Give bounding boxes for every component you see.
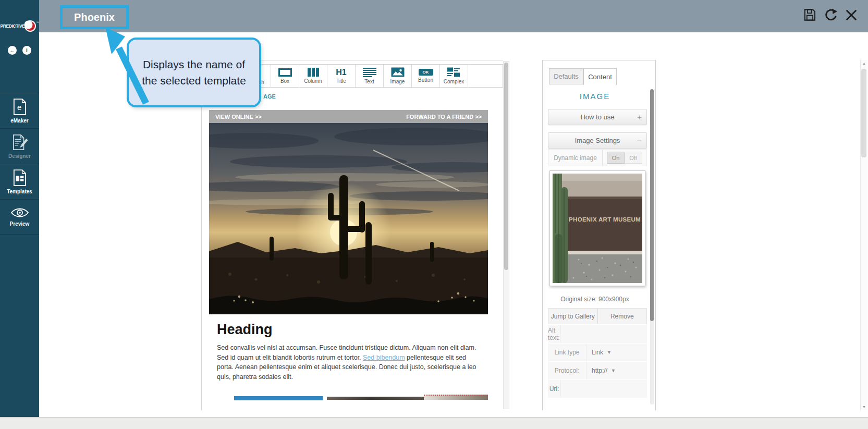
toolbar-item-label: Column (304, 78, 322, 84)
tab-content[interactable]: Content (583, 68, 617, 85)
section-label: How to use (580, 113, 614, 121)
protocol-value: http:// (592, 367, 607, 374)
url-row: Url: (548, 380, 647, 398)
toolbar-item-image[interactable]: Image (383, 65, 411, 87)
partial-selected-block[interactable] (424, 395, 488, 400)
alt-text-input[interactable] (566, 325, 647, 343)
settings-panel: Defaults Content IMAGE How to use + Imag… (542, 60, 656, 410)
panel-title: IMAGE (543, 92, 647, 101)
close-button[interactable] (845, 8, 858, 22)
footer-bar (0, 417, 868, 429)
save-button[interactable] (803, 8, 817, 22)
save-floppy-icon (803, 8, 817, 22)
email-body-link[interactable]: Sed bibendum (363, 354, 405, 361)
partial-button-block[interactable] (234, 396, 323, 400)
back-button[interactable]: ← (8, 46, 17, 55)
alt-text-label: Alt text: (548, 325, 561, 343)
email-preview: VIEW ONLINE >> FORWARD TO A FRIEND >> (209, 110, 488, 382)
component-toolbar: h Box Column H1 Title Text Image OK (254, 64, 503, 88)
toolbar-item-label: h (261, 79, 264, 85)
text-lines-icon (363, 68, 376, 77)
callout-arrow-icon (98, 25, 155, 106)
toolbar-item-label: Image (390, 79, 405, 84)
logo-trademark: ™ (36, 21, 39, 24)
forward-friend-link[interactable]: FORWARD TO A FRIEND >> (406, 114, 482, 120)
sidebar-item-label: Preview (10, 221, 30, 227)
jump-to-gallery-button[interactable]: Jump to Gallery (548, 309, 598, 324)
column-icon (308, 68, 319, 77)
tab-label: Content (588, 73, 612, 81)
view-online-link[interactable]: VIEW ONLINE >> (215, 114, 262, 120)
toolbar-item-box[interactable]: Box (271, 65, 299, 87)
image-thumbnail[interactable]: PHOENIX ART MUSEUM (549, 170, 645, 286)
page-scrollbar-thumb[interactable] (861, 69, 866, 157)
refresh-button[interactable] (824, 8, 838, 22)
link-type-label: Link type (548, 344, 586, 361)
box-icon (278, 68, 292, 77)
sidebar: PREDICTIVE ™ ← i e eMaker (0, 0, 39, 417)
designer-document-pencil-icon (12, 134, 28, 151)
collapse-minus-icon[interactable]: − (637, 136, 642, 145)
link-type-value: Link (592, 349, 603, 356)
toolbar-item-label: Box (280, 78, 289, 84)
museum-photo: PHOENIX ART MUSEUM (553, 174, 642, 283)
link-type-dropdown[interactable]: Link ▼ (586, 344, 647, 361)
tab-defaults[interactable]: Defaults (549, 68, 583, 84)
info-button[interactable]: i (22, 46, 31, 55)
toolbar-item-button[interactable]: OK Button (411, 65, 439, 87)
protocol-label: Protocol: (548, 362, 586, 379)
image-settings-section[interactable]: Image Settings − (548, 132, 647, 149)
toolbar-item-label: Text (364, 79, 374, 84)
section-label: Image Settings (575, 137, 620, 144)
url-input[interactable] (566, 380, 647, 398)
toolbar-item-text[interactable]: Text (355, 65, 383, 87)
toolbar-spacer (468, 65, 499, 87)
canvas-scrollbar[interactable] (503, 61, 509, 409)
ok-button-icon: OK (419, 69, 433, 76)
topbar-actions (803, 8, 858, 22)
dynamic-image-on-button[interactable]: On (607, 152, 625, 164)
toolbar-item-title[interactable]: H1 Title (327, 65, 355, 87)
close-x-icon (845, 8, 858, 22)
scroll-up-icon[interactable]: ▲ (862, 62, 866, 65)
logo-brand-text: PREDICTIVE (0, 23, 25, 29)
emaker-e-glyph: e (17, 103, 21, 112)
sidebar-item-designer[interactable]: Designer (0, 128, 39, 164)
sidebar-item-preview[interactable]: Preview (0, 199, 39, 235)
template-name: Phoenix (74, 11, 115, 23)
preview-eye-icon (10, 207, 29, 218)
dynamic-image-label: Dynamic image (548, 150, 603, 166)
protocol-row: Protocol: http:// ▼ (548, 362, 647, 379)
panel-scrollbar[interactable] (650, 89, 654, 405)
expand-plus-icon[interactable]: + (637, 113, 642, 121)
sidebar-quick-actions: ← i (0, 46, 39, 55)
dynamic-image-off-button[interactable]: Off (625, 152, 642, 164)
how-to-use-section[interactable]: How to use + (548, 109, 647, 125)
email-canvas: VIEW ONLINE >> FORWARD TO A FRIEND >> (201, 60, 503, 410)
panel-scrollbar-thumb[interactable] (650, 89, 654, 321)
scroll-down-icon[interactable]: ▼ (862, 405, 866, 409)
sidebar-nav: e eMaker Designer (0, 93, 39, 235)
email-header-bar: VIEW ONLINE >> FORWARD TO A FRIEND >> (209, 110, 488, 123)
toolbar-item-column[interactable]: Column (299, 65, 327, 87)
email-hero-image[interactable] (209, 123, 488, 314)
canvas-scrollbar-thumb[interactable] (504, 63, 508, 270)
tab-label: Defaults (554, 72, 579, 80)
predictive-logo: PREDICTIVE ™ (0, 20, 39, 32)
alt-text-row: Alt text: (548, 325, 647, 343)
url-label: Url: (548, 380, 561, 398)
toolbar-item-complex[interactable]: Complex (439, 65, 468, 87)
partial-image-block[interactable] (327, 397, 425, 400)
link-type-row: Link type Link ▼ (548, 344, 647, 361)
museum-sign-text: PHOENIX ART MUSEUM (569, 216, 641, 223)
protocol-dropdown[interactable]: http:// ▼ (586, 362, 647, 379)
email-heading[interactable]: Heading (217, 322, 488, 338)
remove-button[interactable]: Remove (598, 309, 647, 324)
complex-layout-icon (447, 67, 461, 77)
selected-block-breadcrumb: AGE (263, 93, 276, 100)
sidebar-item-emaker[interactable]: e eMaker (0, 93, 39, 128)
email-body-text[interactable]: Sed convallis vel nisl at accumsan. Fusc… (217, 343, 480, 382)
dynamic-image-row: Dynamic image On Off (548, 149, 647, 166)
sidebar-item-templates[interactable]: Templates (0, 164, 39, 199)
chevron-down-icon: ▼ (607, 350, 612, 355)
